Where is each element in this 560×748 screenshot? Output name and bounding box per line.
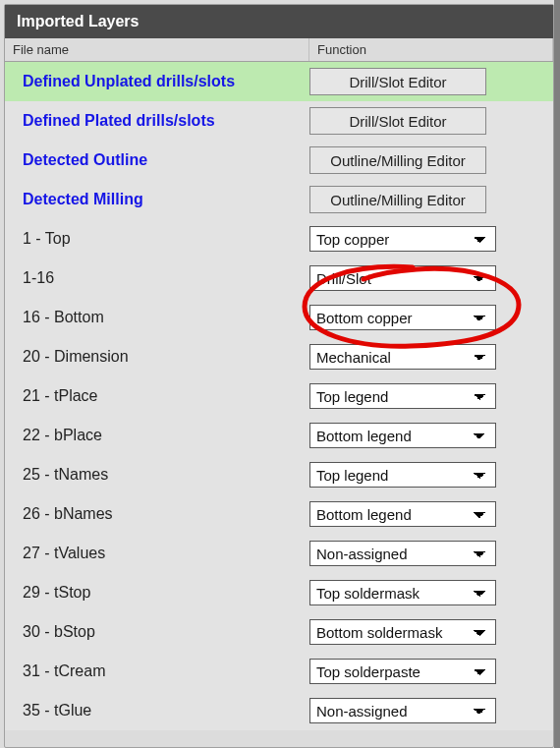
layer-name: 26 - bNames — [23, 505, 309, 523]
layer-name: 30 - bStop — [23, 623, 309, 641]
function-select[interactable]: Top soldermask — [309, 580, 496, 605]
function-editor-button[interactable]: Outline/Milling Editor — [309, 186, 486, 213]
imported-layers-panel: Imported Layers File name Function Defin… — [4, 4, 554, 748]
function-select[interactable]: Top legend — [309, 462, 496, 488]
function-select[interactable]: Mechanical — [309, 344, 496, 370]
layer-row: 1-16Drill/Slot — [5, 259, 553, 298]
layer-name: 22 - bPlace — [23, 427, 309, 444]
layer-row: 22 - bPlaceBottom legend — [5, 416, 553, 455]
function-select[interactable]: Bottom soldermask — [309, 619, 496, 645]
layer-name: 1-16 — [23, 269, 309, 287]
function-select[interactable]: Top solderpaste — [309, 659, 496, 684]
function-editor-button[interactable]: Drill/Slot Editor — [309, 68, 486, 95]
layer-name-link[interactable]: Detected Milling — [23, 191, 309, 208]
layer-name: 1 - Top — [23, 230, 309, 248]
layer-row: Defined Unplated drills/slotsDrill/Slot … — [5, 62, 553, 101]
layer-name: 25 - tNames — [23, 466, 309, 484]
layer-row: Defined Plated drills/slotsDrill/Slot Ed… — [5, 101, 553, 141]
layer-row: 16 - BottomBottom copper — [5, 298, 553, 337]
layer-name: 27 - tValues — [23, 545, 309, 562]
function-editor-button[interactable]: Outline/Milling Editor — [309, 146, 486, 174]
layer-name: 20 - Dimension — [23, 348, 309, 366]
panel-title: Imported Layers — [5, 5, 553, 38]
function-select[interactable]: Non-assigned — [309, 698, 496, 723]
function-select[interactable]: Drill/Slot — [309, 265, 496, 291]
layer-row: 31 - tCreamTop solderpaste — [5, 652, 553, 691]
function-select[interactable]: Top copper — [309, 226, 496, 252]
layer-row: Detected OutlineOutline/Milling Editor — [5, 141, 553, 180]
layer-row: 26 - bNamesBottom legend — [5, 494, 553, 534]
layer-name: 29 - tStop — [23, 584, 309, 602]
layer-row: 1 - TopTop copper — [5, 219, 553, 259]
function-editor-button[interactable]: Drill/Slot Editor — [309, 107, 486, 135]
layer-name-link[interactable]: Detected Outline — [23, 151, 309, 169]
layer-name: 16 - Bottom — [23, 309, 309, 326]
layer-row: 27 - tValuesNon-assigned — [5, 534, 553, 573]
layer-name: 21 - tPlace — [23, 387, 309, 405]
layer-name: 35 - tGlue — [23, 702, 309, 719]
layer-name-link[interactable]: Defined Plated drills/slots — [23, 112, 309, 130]
layer-name-link[interactable]: Defined Unplated drills/slots — [23, 73, 309, 90]
layer-row: 20 - DimensionMechanical — [5, 337, 553, 376]
layer-row: 21 - tPlaceTop legend — [5, 376, 553, 416]
layer-list: Defined Unplated drills/slotsDrill/Slot … — [5, 62, 553, 730]
function-select[interactable]: Top legend — [309, 383, 496, 409]
layer-row: Detected MillingOutline/Milling Editor — [5, 180, 553, 219]
function-select[interactable]: Non-assigned — [309, 541, 496, 566]
layer-name: 31 - tCream — [23, 662, 309, 680]
function-select[interactable]: Bottom legend — [309, 501, 496, 527]
header-file-name: File name — [5, 38, 309, 61]
layer-row: 25 - tNamesTop legend — [5, 455, 553, 494]
layer-row: 30 - bStopBottom soldermask — [5, 612, 553, 652]
column-headers: File name Function — [5, 38, 553, 62]
function-select[interactable]: Bottom legend — [309, 423, 496, 448]
window-right-shadow — [554, 0, 560, 748]
layer-row: 35 - tGlueNon-assigned — [5, 691, 553, 730]
header-function: Function — [309, 38, 553, 61]
function-select[interactable]: Bottom copper — [309, 305, 496, 330]
layer-row: 29 - tStopTop soldermask — [5, 573, 553, 612]
